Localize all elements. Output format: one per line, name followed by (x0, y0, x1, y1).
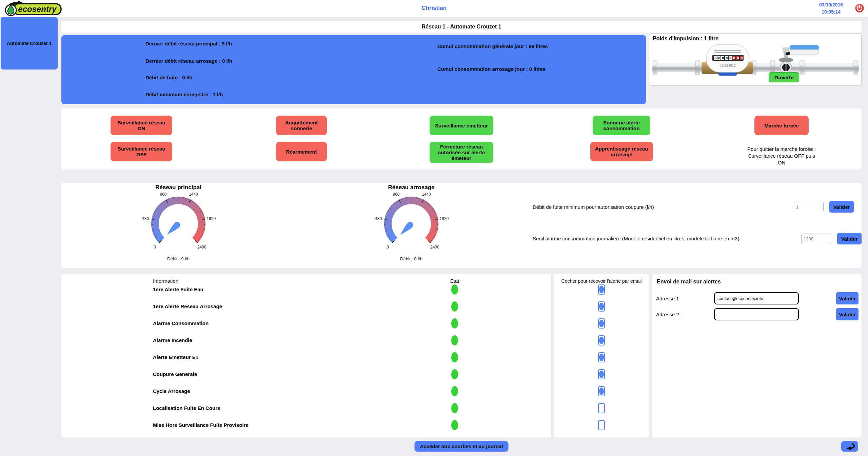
water-meter-illustration: 0 0 0 0 0 0 0 0 05/584812 (652, 44, 859, 85)
status-dot-green (451, 386, 458, 396)
alert-email-checkbox[interactable] (598, 318, 605, 329)
adresse-1-valider-button[interactable]: Valider (836, 292, 859, 304)
page-title: Réseau 1 - Automate Crouzet 1 (61, 21, 862, 33)
column-header-email-check: Cocher pour recevoir l'alerte par email (554, 278, 649, 284)
controls-row-2: Surveillance réseau OFF Réarmement Ferme… (61, 142, 862, 166)
svg-text:0: 0 (154, 245, 156, 250)
svg-text:960: 960 (393, 192, 399, 197)
svg-text:1920: 1920 (206, 216, 216, 221)
valve-state-button[interactable]: Ouverte (769, 72, 799, 82)
email-alert-checkbox-panel: Cocher pour recevoir l'alerte par email (554, 274, 649, 437)
svg-text:0: 0 (722, 56, 724, 60)
mail-alert-panel: Envoi de mail sur alertes Adresse 1 Vali… (652, 274, 862, 437)
gauge-reseau-arrosage: Réseau arrosage 0480960144019202400 Débi… (357, 184, 466, 261)
alert-row-label: Coupure Generale (153, 371, 197, 377)
svg-text:1440: 1440 (189, 192, 198, 197)
gauge-caption: Débit : 9 l/h (124, 256, 233, 261)
alert-email-checkbox[interactable] (598, 403, 605, 413)
svg-text:0: 0 (714, 56, 717, 60)
svg-text:480: 480 (142, 216, 149, 221)
sidebar-item-automate-crouzet-1[interactable]: Automate Crouzet 1 (1, 17, 58, 70)
marche-forcee-button[interactable]: Marche forcée (754, 116, 809, 135)
alert-email-checkbox[interactable] (598, 420, 605, 430)
acquittement-sonnerie-button[interactable]: Acquittement sonnerie (276, 116, 327, 135)
alert-email-checkbox[interactable] (598, 352, 605, 362)
svg-text:1920: 1920 (439, 216, 449, 221)
ecosentry-dashboard: ecosentry Christian 03/10/2016 10:05:14 (0, 0, 868, 456)
alert-email-checkbox[interactable] (598, 284, 605, 295)
svg-text:480: 480 (375, 216, 382, 221)
meter-serial: 05/584812 (719, 64, 736, 67)
svg-text:0: 0 (718, 56, 721, 60)
current-date: 03/10/2016 (812, 1, 850, 8)
svg-text:0: 0 (741, 56, 743, 60)
svg-text:0: 0 (737, 56, 739, 60)
alert-row-label: Localisation Fuite En Cours (153, 405, 220, 411)
apprentissage-arrosage-button[interactable]: Apprentissage réseau arrosage (590, 142, 653, 161)
datetime-display: 03/10/2016 10:05:14 (812, 1, 850, 16)
return-button[interactable] (841, 441, 858, 452)
status-dot-green (451, 318, 458, 329)
sidebar-item-label: Automate Crouzet 1 (7, 41, 52, 46)
adresse-1-label: Adresse 1 (656, 296, 679, 301)
adresse-2-input[interactable] (714, 308, 799, 320)
alert-row-label: Alarme Consommation (153, 320, 209, 326)
pulse-weight-panel: Poids d'impulsion : 1 litre (649, 33, 862, 86)
logged-user-name: Christian (0, 5, 868, 12)
status-dot-green (451, 420, 458, 430)
status-line: Dernier débit réseau principal : 9 l/h (145, 41, 232, 46)
gauge-reseau-principal: Réseau principal 0480960144019202400 Déb… (124, 184, 233, 261)
svg-text:0: 0 (726, 56, 728, 60)
svg-text:0: 0 (387, 245, 389, 250)
sonnerie-alerte-conso-button[interactable]: Sonnerie alerte consommation (593, 116, 650, 135)
alert-row-label: 1ere Alerte Reseau Arrosage (153, 303, 222, 309)
svg-text:0: 0 (733, 56, 735, 60)
return-arrow-icon (844, 442, 856, 451)
svg-text:1440: 1440 (422, 192, 431, 197)
svg-text:960: 960 (160, 192, 166, 197)
surveillance-reseau-off-button[interactable]: Surveillance réseau OFF (111, 142, 172, 161)
controls-row-1: Surveillance réseau ON Acquittement sonn… (61, 116, 862, 135)
daily-alarm-threshold-input[interactable] (801, 234, 831, 244)
gauge-title: Réseau principal (124, 184, 233, 192)
alert-row-label: Alerte Emetteur E1 (153, 354, 198, 360)
gauges-panel: Réseau principal 0480960144019202400 Déb… (61, 183, 862, 268)
current-time: 10:05:14 (812, 8, 850, 16)
status-dot-green (451, 284, 458, 295)
status-line: Débit minimum enregistré : 1 l/h (145, 92, 223, 97)
daily-alarm-valider-button[interactable]: Valider (837, 233, 862, 244)
mail-panel-title: Envoi de mail sur alertes (657, 279, 721, 285)
gauge-dial: 0480960144019202400 (138, 192, 219, 254)
status-line: Débit de fuite : 0 l/h (145, 75, 192, 80)
power-icon (855, 3, 864, 13)
leak-threshold-input[interactable] (794, 202, 824, 212)
adresse-1-input[interactable] (714, 292, 799, 304)
svg-text:0: 0 (729, 56, 732, 60)
pulse-weight-title: Poids d'impulsion : 1 litre (653, 36, 718, 42)
gauge-dial: 0480960144019202400 (371, 192, 452, 254)
gauge-caption: Débit : 0 l/h (357, 256, 466, 261)
logout-power-button[interactable] (855, 3, 864, 13)
status-dot-green (451, 352, 458, 362)
status-line: Dernier débit réseau arrosage : 0 l/h (145, 58, 232, 64)
network-status-panel: Dernier débit réseau principal : 9 l/h D… (61, 35, 646, 104)
status-dot-green (451, 369, 458, 379)
alert-row-label: Alarme Incendie (153, 337, 192, 343)
adresse-2-valider-button[interactable]: Valider (836, 308, 859, 320)
curves-journal-button[interactable]: Accéder aux courbes et au journal (414, 441, 508, 452)
leak-threshold-valider-button[interactable]: Valider (829, 201, 854, 213)
surveillance-emetteur-button[interactable]: Surveillance émetteur (430, 116, 493, 135)
daily-alarm-threshold-label: Seuil alarme consommation journalière (M… (533, 236, 739, 241)
alert-email-checkbox[interactable] (598, 335, 605, 345)
status-dot-green (451, 403, 458, 413)
column-header-information: Information (153, 278, 178, 284)
alert-email-checkbox[interactable] (598, 301, 605, 312)
alert-email-checkbox[interactable] (598, 386, 605, 396)
adresse-2-label: Adresse 2 (656, 312, 679, 317)
alerts-list-panel: Information Etat 1ere Alerte Fuite Eau 1… (61, 274, 551, 437)
surveillance-reseau-on-button[interactable]: Surveillance réseau ON (111, 116, 172, 135)
alert-email-checkbox[interactable] (598, 369, 605, 379)
leak-threshold-label: Débit de fuite minimum pour autorisation… (533, 204, 654, 210)
fermeture-reseau-button[interactable]: Fermeture réseau autorisée sur alerte ém… (430, 142, 493, 163)
rearmement-button[interactable]: Réarmement (276, 142, 327, 161)
